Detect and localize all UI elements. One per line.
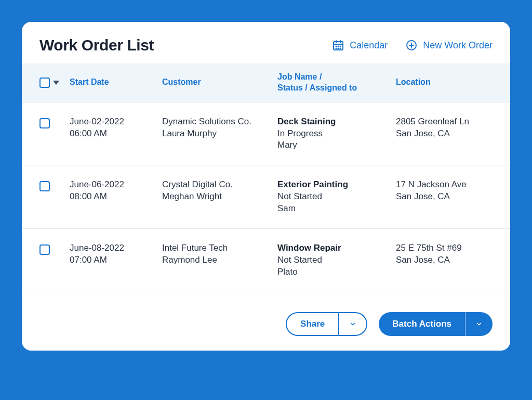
new-work-order-label: New Work Order xyxy=(423,40,493,51)
cell-job: Window Repair Not Started Plato xyxy=(277,242,396,278)
plus-circle-icon xyxy=(405,39,418,51)
table-body: June-02-2022 06:00 AM Dynamic Solutions … xyxy=(22,102,510,292)
cell-start-date: June-06-2022 08:00 AM xyxy=(70,179,162,203)
cell-customer: Crystal Digital Co. Meghan Wright xyxy=(162,179,277,203)
svg-point-5 xyxy=(338,46,339,46)
cell-start-date: June-02-2022 06:00 AM xyxy=(70,116,162,140)
work-order-card: Work Order List Calendar xyxy=(22,22,510,351)
new-work-order-button[interactable]: New Work Order xyxy=(405,39,493,51)
row-checkbox[interactable] xyxy=(39,118,50,128)
svg-point-6 xyxy=(340,46,341,46)
batch-actions-dropdown-toggle[interactable] xyxy=(466,312,493,336)
svg-point-4 xyxy=(336,46,337,46)
cell-customer: Dynamic Solutions Co. Laura Murphy xyxy=(162,116,277,140)
cell-customer: Intel Future Tech Raymond Lee xyxy=(162,242,277,266)
calendar-label: Calendar xyxy=(350,40,388,51)
table-row[interactable]: June-02-2022 06:00 AM Dynamic Solutions … xyxy=(22,102,510,166)
footer-actions: Share Batch Actions xyxy=(22,292,510,336)
calendar-icon xyxy=(332,39,344,51)
row-checkbox[interactable] xyxy=(39,244,50,255)
share-button[interactable]: Share xyxy=(287,313,338,335)
svg-point-8 xyxy=(338,48,339,48)
table-row[interactable]: June-08-2022 07:00 AM Intel Future Tech … xyxy=(22,229,510,292)
page-title: Work Order List xyxy=(39,36,154,54)
table-header-row: Start Date Customer Job Name / Status / … xyxy=(22,63,510,102)
select-all-checkbox[interactable] xyxy=(39,78,50,88)
chevron-down-icon xyxy=(349,320,356,328)
col-customer[interactable]: Customer xyxy=(162,77,277,88)
sort-caret-icon[interactable] xyxy=(53,81,59,85)
svg-point-9 xyxy=(340,48,341,48)
row-checkbox[interactable] xyxy=(39,181,50,191)
cell-location: 2805 Greenleaf Ln San Jose, CA xyxy=(396,116,510,140)
col-location[interactable]: Location xyxy=(396,77,510,88)
share-split-button: Share xyxy=(286,312,367,336)
batch-actions-button[interactable]: Batch Actions xyxy=(379,312,465,336)
cell-job: Deck Staining In Progress Mary xyxy=(277,116,396,152)
table-row[interactable]: June-06-2022 08:00 AM Crystal Digital Co… xyxy=(22,165,510,229)
cell-start-date: June-08-2022 07:00 AM xyxy=(70,242,162,266)
chevron-down-icon xyxy=(475,320,483,328)
card-header: Work Order List Calendar xyxy=(22,22,510,63)
svg-point-7 xyxy=(336,48,337,48)
header-actions: Calendar New Work Order xyxy=(332,39,493,51)
share-dropdown-toggle[interactable] xyxy=(339,313,366,335)
calendar-button[interactable]: Calendar xyxy=(332,39,388,51)
cell-location: 25 E 75th St #69 San Jose, CA xyxy=(396,242,510,266)
col-start-date[interactable]: Start Date xyxy=(70,77,162,88)
cell-location: 17 N Jackson Ave San Jose, CA xyxy=(396,179,510,203)
batch-actions-split-button: Batch Actions xyxy=(379,312,493,336)
cell-job: Exterior Painting Not Started Sam xyxy=(277,179,396,215)
col-job[interactable]: Job Name / Status / Assigned to xyxy=(277,72,396,94)
